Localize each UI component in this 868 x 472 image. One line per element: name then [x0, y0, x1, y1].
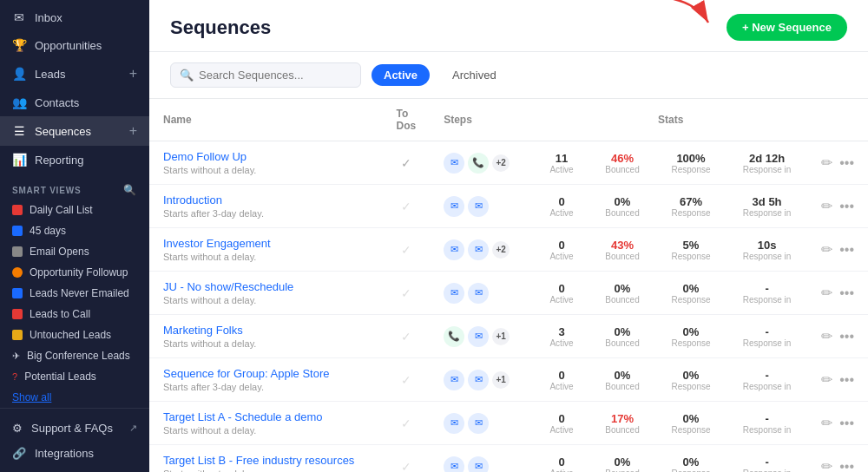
smart-view-45days[interactable]: 45 days — [0, 220, 149, 241]
smart-views-search-icon[interactable]: 🔍 — [123, 184, 137, 196]
sequence-name-link[interactable]: Investor Engagement — [163, 237, 368, 250]
col-todos: To Dos — [382, 99, 430, 141]
sequence-subtitle: Starts without a delay. — [163, 295, 368, 305]
sv-dot-icon — [12, 288, 23, 298]
sidebar-item-support[interactable]: ⚙ Support & FAQs ↗ — [0, 416, 149, 441]
cell-todos: ✓ — [382, 315, 430, 358]
more-options-icon[interactable]: ••• — [839, 329, 854, 344]
phone-step-icon: 📞 — [468, 153, 489, 174]
sequence-name-link[interactable]: Introduction — [163, 193, 368, 206]
sequence-name-link[interactable]: Target List A - Schedule a demo — [163, 410, 368, 423]
cell-todos: ✓ — [382, 272, 430, 315]
edit-icon[interactable]: ✏ — [821, 371, 832, 388]
sidebar-item-leads[interactable]: 👤 Leads + — [0, 59, 149, 88]
col-actions — [807, 99, 868, 141]
smart-view-big-conference[interactable]: ✈ Big Conference Leads — [0, 345, 149, 366]
sequence-name-link[interactable]: Marketing Folks — [163, 324, 368, 337]
sidebar-item-contacts[interactable]: 👥 Contacts — [0, 88, 149, 116]
smart-view-potential-leads[interactable]: ? Potential Leads — [0, 366, 149, 387]
table-header-row: Name To Dos Steps Stats — [149, 99, 868, 141]
new-sequence-button[interactable]: + New Sequence — [727, 14, 847, 41]
active-count: 0 — [548, 456, 575, 469]
edit-icon[interactable]: ✏ — [821, 285, 832, 301]
edit-icon[interactable]: ✏ — [821, 458, 832, 472]
cell-response: 5% Response — [655, 228, 727, 272]
response-count: 0% — [669, 282, 713, 295]
edit-icon[interactable]: ✏ — [821, 415, 832, 431]
arrow-annotation — [621, 0, 726, 40]
cell-steps: ✉✉+2 — [430, 228, 534, 272]
cell-active: 0 Active — [534, 272, 589, 315]
cell-active: 11 Active — [534, 141, 589, 185]
sidebar-item-label: Support & FAQs — [31, 422, 113, 435]
tab-archived[interactable]: Archived — [440, 64, 509, 86]
sidebar-item-integrations[interactable]: 🔗 Integrations — [0, 441, 149, 466]
edit-icon[interactable]: ✏ — [821, 328, 832, 344]
response-time-value: - — [740, 456, 793, 469]
sidebar-nav: ✉ Inbox 🏆 Opportunities 👤 Leads + 👥 Cont… — [0, 0, 149, 408]
tab-active[interactable]: Active — [372, 64, 430, 86]
table-row: Introduction Starts after 3-day delay. ✓… — [149, 185, 868, 228]
smart-view-leads-never-emailed[interactable]: Leads Never Emailed — [0, 283, 149, 304]
table-row: Marketing Folks Starts without a delay. … — [149, 315, 868, 358]
sequence-name-link[interactable]: Target List B - Free industry resources — [163, 454, 368, 467]
smart-view-email-opens[interactable]: Email Opens — [0, 241, 149, 262]
smart-view-leads-to-call[interactable]: Leads to Call — [0, 304, 149, 324]
edit-icon[interactable]: ✏ — [821, 241, 832, 258]
more-options-icon[interactable]: ••• — [839, 285, 854, 301]
col-stats: Stats — [534, 99, 807, 141]
smart-view-opportunity-followup[interactable]: Opportunity Followup — [0, 262, 149, 283]
active-count: 0 — [548, 412, 575, 425]
sequence-name-link[interactable]: JU - No show/Reschedule — [163, 280, 368, 293]
cell-bounced: 46% Bounced — [589, 141, 655, 185]
edit-icon[interactable]: ✏ — [821, 154, 832, 171]
cell-name: Demo Follow Up Starts without a delay. — [149, 141, 382, 185]
inbox-icon: ✉ — [12, 10, 26, 24]
search-input[interactable] — [199, 69, 352, 82]
response-time-value: - — [740, 369, 793, 382]
cell-bounced: 43% Bounced — [589, 228, 655, 272]
action-icons: ✏ ••• — [821, 154, 854, 171]
bounced-label: Bounced — [603, 425, 641, 435]
more-options-icon[interactable]: ••• — [839, 372, 854, 388]
sequences-add-icon[interactable]: + — [129, 123, 137, 139]
more-steps-icon: +2 — [492, 241, 510, 259]
email-step-icon: ✉ — [468, 370, 489, 390]
arrow-container: + New Sequence — [727, 14, 847, 41]
sidebar-item-label: Leads — [35, 68, 65, 81]
sidebar-item-settings[interactable]: ⚙ Settings — [0, 466, 149, 472]
leads-add-icon[interactable]: + — [129, 66, 137, 82]
sidebar-item-reporting[interactable]: 📊 Reporting — [0, 146, 149, 174]
sequence-name-link[interactable]: Sequence for Group: Apple Store — [163, 367, 368, 380]
smart-view-untouched-leads[interactable]: Untouched Leads — [0, 324, 149, 345]
email-step-icon: ✉ — [468, 283, 489, 304]
sequence-subtitle: Starts without a delay. — [163, 165, 368, 175]
bounced-count: 46% — [603, 152, 641, 165]
edit-icon[interactable]: ✏ — [821, 198, 832, 214]
more-options-icon[interactable]: ••• — [839, 199, 854, 214]
sidebar-item-sequences[interactable]: ☰ Sequences + — [0, 116, 149, 146]
cell-todos: ✓ — [382, 358, 430, 402]
smart-view-daily-call-list[interactable]: Daily Call List — [0, 200, 149, 220]
sidebar-item-label: Integrations — [35, 447, 94, 460]
more-options-icon[interactable]: ••• — [839, 242, 854, 258]
response-time-label: Response in — [740, 252, 793, 261]
action-icons: ✏ ••• — [821, 198, 854, 214]
sidebar: ✉ Inbox 🏆 Opportunities 👤 Leads + 👥 Cont… — [0, 0, 149, 472]
more-steps-icon: +2 — [492, 154, 510, 172]
smart-view-label: Daily Call List — [30, 204, 93, 216]
more-options-icon[interactable]: ••• — [839, 155, 854, 171]
response-time-value: 2d 12h — [740, 152, 793, 165]
integrations-icon: 🔗 — [12, 447, 26, 460]
sidebar-item-opportunities[interactable]: 🏆 Opportunities — [0, 31, 149, 59]
sidebar-item-inbox[interactable]: ✉ Inbox — [0, 3, 149, 31]
more-options-icon[interactable]: ••• — [839, 416, 854, 431]
cell-response: 0% Response — [655, 272, 727, 315]
sequence-name-link[interactable]: Demo Follow Up — [163, 150, 368, 163]
cell-response-time: 2d 12h Response in — [727, 141, 807, 185]
cell-response: 0% Response — [655, 402, 727, 445]
more-options-icon[interactable]: ••• — [839, 459, 854, 473]
search-icon: 🔍 — [180, 69, 194, 82]
show-all-link[interactable]: Show all — [0, 387, 149, 408]
cell-response-time: - Response in — [727, 272, 807, 315]
